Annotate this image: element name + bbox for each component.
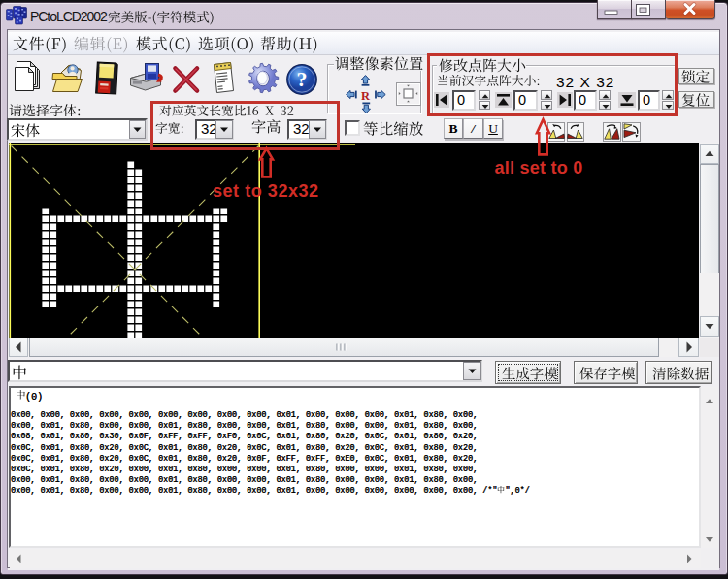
svg-text:?: ? bbox=[297, 67, 308, 91]
svg-text:R: R bbox=[361, 89, 371, 103]
